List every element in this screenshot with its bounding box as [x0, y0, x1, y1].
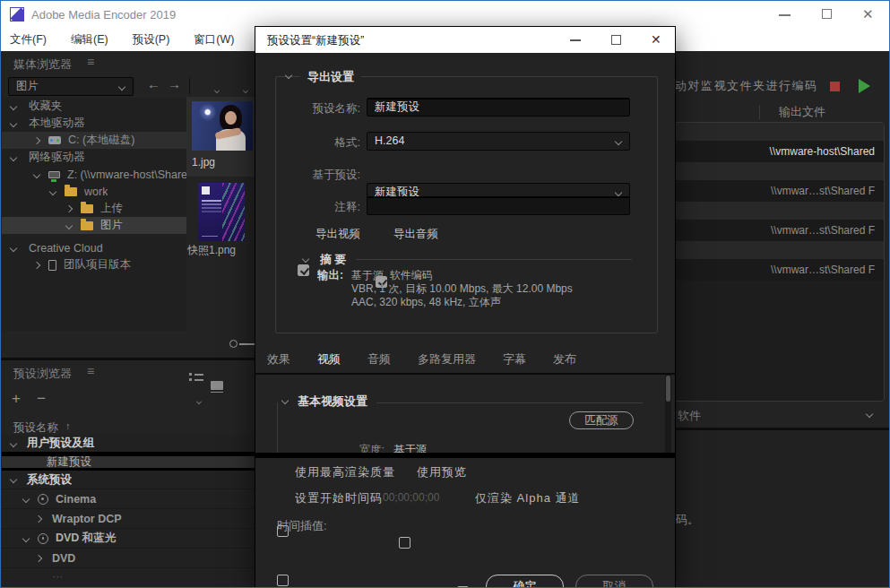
set-start-timecode-checkbox[interactable] — [277, 575, 289, 586]
preset-tree-user-presets[interactable]: 用户预设及组 — [2, 435, 255, 452]
tree-item-pictures[interactable]: 图片 — [2, 217, 186, 234]
search-options-chevron-icon[interactable] — [196, 399, 202, 404]
minimize-button[interactable] — [779, 14, 791, 16]
tree-item-c-drive[interactable]: C: (本地磁盘) — [2, 132, 186, 149]
use-previews-checkbox[interactable] — [399, 537, 410, 549]
preset-tree-dvd-bluray[interactable]: DVD 和蓝光 — [2, 528, 255, 548]
tab-effects[interactable]: 效果 — [267, 351, 290, 375]
renderer-select[interactable]: 软件 — [678, 408, 701, 424]
export-audio-label: 导出音频 — [393, 227, 438, 242]
chevron-down-icon — [33, 170, 40, 177]
sort-ascending-icon: ↑ — [65, 420, 71, 436]
add-preset-button[interactable]: + — [12, 390, 21, 408]
dialog-title-bar[interactable]: 预设设置“新建预设” ✕ — [255, 27, 675, 53]
thumbnail-tile-snapshot[interactable]: 快照1.png — [186, 178, 255, 261]
tab-bar-divider — [255, 373, 675, 375]
tree-item-favorites[interactable]: 收藏夹 — [2, 98, 186, 115]
format-select[interactable]: H.264 — [367, 132, 630, 151]
eye-dropdown-chevron-icon[interactable] — [243, 88, 248, 93]
start-queue-button[interactable] — [859, 79, 870, 93]
thumbnail-image-snapshot — [198, 183, 245, 241]
menu-item-edit[interactable]: 编辑(E) — [71, 32, 108, 48]
tree-item-team-projects[interactable]: 团队项目版本 — [2, 256, 186, 273]
chevron-down-icon — [10, 439, 17, 446]
media-browser-tree: 收藏夹 本地驱动器 C: (本地磁盘) 网络驱动器 Z: (\\vmware-h… — [2, 98, 186, 331]
menu-item-file[interactable]: 文件(F) — [10, 32, 47, 48]
preset-tree-system-presets[interactable]: 系统预设 — [2, 471, 255, 489]
start-timecode-value[interactable]: 00;00;00;00 — [383, 491, 439, 504]
chevron-down-icon — [10, 476, 17, 483]
format-label: 格式: — [282, 135, 360, 151]
preset-tree-wraptor-dcp[interactable]: Wraptor DCP — [2, 508, 255, 528]
filter-dropdown-chevron-icon[interactable] — [214, 88, 220, 93]
chevron-right-icon — [65, 204, 73, 212]
maximize-button[interactable] — [822, 9, 832, 19]
chevron-down-icon — [10, 153, 17, 160]
title-bar[interactable]: Adobe Media Encoder 2019 ✕ — [1, 1, 889, 28]
output-file-column-header[interactable]: 输出文件 — [779, 104, 825, 120]
chevron-down-icon — [65, 221, 73, 229]
stop-queue-button[interactable] — [830, 82, 840, 91]
zoom-slider-track[interactable] — [239, 343, 255, 345]
chevron-down-icon — [22, 534, 30, 541]
export-video-checkbox[interactable] — [298, 264, 309, 276]
tab-audio[interactable]: 音频 — [367, 351, 391, 375]
team-project-icon — [48, 260, 56, 271]
cancel-button[interactable]: 取消 — [575, 575, 653, 588]
match-source-button[interactable]: 匹配源 — [569, 411, 634, 429]
tab-publish[interactable]: 发布 — [553, 351, 576, 375]
network-drive-icon — [48, 171, 60, 178]
close-button[interactable]: ✕ — [862, 6, 874, 22]
chevron-down-icon — [22, 495, 30, 502]
remove-preset-button[interactable]: − — [37, 390, 46, 408]
drive-icon — [48, 136, 61, 144]
ok-button[interactable]: 确定 — [486, 575, 564, 588]
dialog-maximize-button[interactable] — [611, 35, 621, 45]
tab-video[interactable]: 视频 — [317, 351, 341, 375]
list-view-icon[interactable] — [189, 372, 203, 382]
chevron-down-icon — [10, 102, 17, 109]
app-window: Adobe Media Encoder 2019 ✕ 文件(F) 编辑(E) 预… — [0, 0, 890, 588]
dialog-section-divider — [255, 453, 675, 458]
preset-tree-new-preset-selected[interactable]: 新建预设 — [2, 456, 255, 468]
dialog-close-button[interactable]: ✕ — [651, 32, 661, 47]
renderer-chevron-icon[interactable] — [866, 411, 873, 418]
summary-line-3: AAC, 320 kbps, 48 kHz, 立体声 — [351, 295, 501, 310]
preset-name-input[interactable]: 新建预设 — [367, 98, 630, 117]
app-icon — [10, 7, 24, 22]
tree-item-upload[interactable]: 上传 — [2, 200, 186, 217]
tab-multiplexer[interactable]: 多路复用器 — [418, 351, 476, 375]
chevron-down-icon — [615, 138, 622, 145]
back-arrow-button[interactable]: ← — [147, 76, 160, 91]
comments-input[interactable] — [367, 196, 630, 215]
dialog-minimize-button[interactable] — [570, 39, 581, 41]
preset-name-column-header[interactable]: 预设名称 ↑ — [13, 420, 71, 436]
thumbnail-view-icon[interactable] — [211, 381, 223, 390]
preset-browser-title: 预设浏览器 — [13, 366, 72, 382]
zoom-slider-knob[interactable] — [229, 340, 238, 348]
tree-item-creative-cloud[interactable]: Creative Cloud — [2, 239, 186, 256]
thumbnail-label: 快照1.png — [187, 243, 236, 258]
media-folder-select[interactable]: 图片 — [8, 77, 134, 96]
dialog-scrollbar-thumb[interactable] — [666, 376, 670, 402]
tree-item-local-drives[interactable]: 本地驱动器 — [2, 115, 186, 132]
preset-tree-cinema[interactable]: Cinema — [2, 489, 255, 508]
tree-item-work[interactable]: work — [2, 183, 186, 200]
thumbnail-tile-1jpg[interactable]: 1.jpg — [186, 97, 255, 177]
use-previews-label: 使用预览 — [417, 464, 467, 480]
preset-browser-panel-menu-icon[interactable]: ≡ — [87, 364, 94, 378]
media-browser-panel-menu-icon[interactable]: ≡ — [87, 55, 94, 69]
chevron-down-icon — [615, 189, 622, 196]
tab-captions[interactable]: 字幕 — [503, 351, 526, 375]
panel-divider[interactable] — [1, 358, 255, 360]
menu-item-window[interactable]: 窗口(W) — [194, 32, 234, 48]
preset-settings-dialog: 预设设置“新建预设” ✕ 导出设置 预设名称: 新建预设 格式: H.264 基… — [255, 26, 676, 588]
chevron-right-icon — [35, 554, 42, 561]
preset-tree-dvd[interactable]: DVD — [2, 548, 255, 567]
tree-item-z-drive[interactable]: Z: (\\vmware-host\Shared — [2, 166, 186, 183]
forward-arrow-button[interactable]: → — [168, 76, 181, 91]
export-settings-section-title: 导出设置 — [300, 69, 361, 85]
tree-item-network-drives[interactable]: 网络驱动器 — [2, 149, 186, 166]
menu-item-preset[interactable]: 预设(P) — [133, 32, 170, 48]
section-chevron-icon[interactable] — [281, 397, 289, 404]
